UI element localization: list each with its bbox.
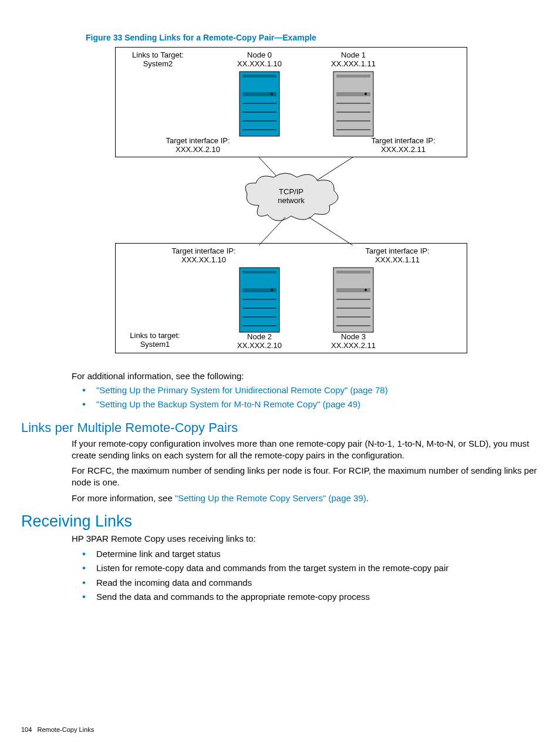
after-fig-list: "Setting Up the Primary System for Unidi… [72, 384, 539, 411]
node3-name: Node 3 [312, 333, 394, 342]
node0-name: Node 0 [218, 51, 301, 60]
link-remote-copy-servers[interactable]: "Setting Up the Remote Copy Servers" (pa… [175, 493, 366, 503]
svg-rect-8 [333, 72, 373, 136]
tif-bot-right: Target interface IP: XXX.XX.1.11 [356, 247, 438, 265]
page-footer: 104 Remote-Copy Links [21, 726, 94, 733]
footer-section: Remote-Copy Links [38, 726, 95, 733]
node2-ip: XX.XXX.2.10 [218, 342, 301, 350]
svg-rect-21 [242, 271, 276, 274]
sec2-list: Determine link and target status Listen … [72, 548, 539, 603]
node0-ip: XX.XXX.1.10 [218, 60, 301, 69]
svg-point-23 [271, 289, 273, 291]
svg-point-11 [365, 93, 367, 95]
tif-top-left: Target interface IP: XXX.XX.2.10 [157, 137, 239, 154]
link-setup-primary[interactable]: "Setting Up the Primary System for Unidi… [96, 385, 388, 395]
heading-receiving-links: Receiving Links [21, 512, 539, 531]
heading-links-multiple: Links per Multiple Remote-Copy Pairs [21, 420, 539, 436]
sec1-p3: For more information, see "Setting Up th… [72, 492, 539, 504]
svg-rect-28 [333, 268, 373, 332]
after-fig-intro: For additional information, see the foll… [72, 371, 539, 381]
sec2-b3: Read the incoming data and commands [92, 577, 539, 589]
server-node3-icon [333, 267, 374, 333]
svg-rect-9 [336, 75, 370, 77]
links-to-target-top: Links to Target: System2 [123, 51, 193, 69]
tif-top-right: Target interface IP: XXX.XX.2.11 [362, 137, 444, 154]
node1-name: Node 1 [312, 51, 394, 60]
svg-point-3 [271, 93, 273, 95]
svg-rect-0 [239, 72, 279, 136]
svg-line-19 [309, 217, 353, 245]
sec1-p2: For RCFC, the maximum number of sending … [72, 465, 539, 489]
sec1-p3a: For more information, see [72, 493, 175, 503]
svg-rect-20 [239, 268, 279, 332]
svg-point-31 [365, 289, 367, 291]
system-box-bottom: Target interface IP: XXX.XX.1.10 Target … [115, 243, 467, 353]
sec2-b4: Send the data and commands to the approp… [92, 591, 539, 603]
server-node0-icon [239, 71, 280, 137]
system-box-top: Links to Target: System2 Node 0 XX.XXX.1… [115, 47, 467, 157]
diagram: Links to Target: System2 Node 0 XX.XXX.1… [115, 47, 467, 353]
sec2-b2: Listen for remote-copy data and commands… [92, 562, 539, 574]
cloud-label: TCP/IP network [241, 188, 341, 205]
links-to-target-bottom: Links to target: System1 [123, 332, 187, 349]
link-setup-backup[interactable]: "Setting Up the Backup System for M-to-N… [96, 399, 360, 409]
node3-ip: XX.XXX.2.11 [312, 342, 394, 350]
node1-ip: XX.XXX.1.11 [312, 60, 394, 69]
svg-line-18 [259, 217, 285, 245]
server-node2-icon [239, 267, 280, 333]
server-node1-icon [333, 71, 374, 137]
svg-rect-1 [242, 75, 276, 77]
sec1-p1: If your remote-copy configuration involv… [72, 438, 539, 462]
connector-bottom [115, 217, 467, 245]
page-number: 104 [21, 726, 32, 733]
svg-rect-29 [336, 271, 370, 274]
sec2-intro: HP 3PAR Remote Copy uses receiving links… [72, 533, 539, 545]
figure-caption: Figure 33 Sending Links for a Remote-Cop… [86, 33, 539, 42]
sec1-p3b: . [366, 493, 369, 503]
tif-bot-left: Target interface IP: XXX.XX.1.10 [163, 247, 245, 265]
node2-name: Node 2 [218, 333, 301, 342]
sec2-b1: Determine link and target status [92, 548, 539, 560]
